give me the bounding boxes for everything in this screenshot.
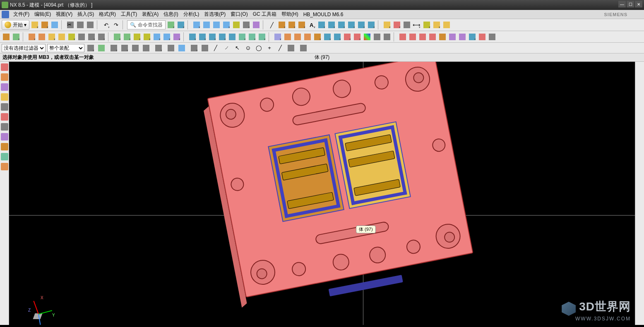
view-shaded[interactable]: [192, 20, 201, 29]
r2-b1[interactable]: [2, 32, 11, 41]
r2-b3[interactable]: [27, 32, 36, 41]
sel-b5[interactable]: [131, 44, 140, 53]
r2-b26[interactable]: [273, 32, 282, 41]
res-reuse-library[interactable]: [1, 93, 8, 101]
r2-b7[interactable]: [67, 32, 76, 41]
curve-t1[interactable]: [317, 20, 326, 29]
sel-b3[interactable]: [109, 44, 118, 53]
menu-info[interactable]: 信息(I): [161, 10, 180, 19]
menu-gctoolbox[interactable]: GC 工具箱: [250, 10, 279, 19]
cut-button[interactable]: ✂: [66, 20, 75, 29]
graphics-viewport[interactable]: 体 (97) X Y Z 3D世界网 WWW.3DSJW.COM: [9, 62, 635, 325]
curve-spline[interactable]: [287, 20, 296, 29]
r2-b17[interactable]: [172, 32, 181, 41]
sel-b2[interactable]: [97, 44, 106, 53]
res-hd3d[interactable]: [1, 103, 8, 111]
curve-helix[interactable]: [297, 20, 306, 29]
snap-b9[interactable]: ╱: [276, 44, 285, 53]
r2-b12[interactable]: [123, 32, 132, 41]
r2-b33[interactable]: [343, 32, 352, 41]
res-history[interactable]: [1, 123, 8, 131]
selection-filter-select[interactable]: 没有选择过滤器: [2, 44, 46, 52]
r2-b15[interactable]: [152, 32, 161, 41]
menu-analysis[interactable]: 分析(L): [181, 10, 202, 19]
r2-b34[interactable]: [353, 32, 362, 41]
view-wire1[interactable]: [202, 20, 211, 29]
menu-assembly[interactable]: 装配(A): [139, 10, 161, 19]
asm-t3[interactable]: [402, 20, 411, 29]
r2-b6[interactable]: [57, 32, 66, 41]
snap-b8[interactable]: +: [265, 44, 274, 53]
r2-b27[interactable]: [283, 32, 292, 41]
menu-window[interactable]: 窗口(O): [228, 10, 250, 19]
menu-help[interactable]: 帮助(H): [279, 10, 301, 19]
view-edit[interactable]: [252, 20, 261, 29]
tool-b1[interactable]: [166, 20, 175, 29]
r2-b30[interactable]: [313, 32, 322, 41]
measure-angle[interactable]: [422, 20, 431, 29]
r2-b10[interactable]: [97, 32, 106, 41]
res-tab-8[interactable]: [1, 133, 8, 140]
res-constraint-navigator[interactable]: [1, 83, 8, 91]
redo-button[interactable]: ↷: [111, 20, 120, 29]
measure-dist[interactable]: ⟷: [412, 20, 421, 29]
curve-t6[interactable]: [367, 20, 376, 29]
res-tab-10[interactable]: [1, 153, 8, 160]
measure-t4[interactable]: [442, 20, 451, 29]
r2-b24[interactable]: [248, 32, 257, 41]
r2-b23[interactable]: [238, 32, 247, 41]
asm-t2[interactable]: [392, 20, 401, 29]
tool-b2[interactable]: [176, 20, 185, 29]
view-clip[interactable]: [242, 20, 251, 29]
wcs-triad[interactable]: X Y Z: [30, 292, 59, 321]
new-button[interactable]: [30, 20, 39, 29]
r2-b9[interactable]: [87, 32, 96, 41]
r2-b4[interactable]: [37, 32, 46, 41]
r2-b28[interactable]: [293, 32, 302, 41]
asm-t1[interactable]: [382, 20, 392, 29]
r2-b37[interactable]: [382, 32, 392, 41]
undo-button[interactable]: ↶: [101, 20, 111, 29]
view-wire3[interactable]: [222, 20, 231, 29]
r2-b32[interactable]: [333, 32, 342, 41]
res-part-navigator[interactable]: [1, 63, 8, 71]
menu-tools[interactable]: 工具(T): [118, 10, 139, 19]
r2-b39[interactable]: [408, 32, 417, 41]
minimize-button[interactable]: —: [618, 1, 626, 7]
r2-b31[interactable]: [323, 32, 332, 41]
copy-button[interactable]: [76, 20, 85, 29]
snap-b4[interactable]: ⟋: [222, 44, 231, 53]
snap-b7[interactable]: ◯: [254, 44, 263, 53]
save-button[interactable]: [50, 20, 59, 29]
r2-b44[interactable]: [458, 32, 467, 41]
snap-b5[interactable]: ↖: [233, 44, 242, 53]
menu-hbmould[interactable]: HB_MOULD M6.6: [301, 11, 346, 18]
sel-b9[interactable]: [177, 44, 186, 53]
snap-b6[interactable]: ⊙: [243, 44, 252, 53]
r2-b43[interactable]: [448, 32, 457, 41]
r2-b29[interactable]: [303, 32, 312, 41]
mold-body[interactable]: [207, 62, 473, 298]
r2-b22[interactable]: [228, 32, 237, 41]
menu-prefs[interactable]: 首选项(P): [202, 10, 228, 19]
menu-file[interactable]: 文件(F): [11, 10, 32, 19]
menu-view[interactable]: 视图(V): [53, 10, 75, 19]
snap-b10[interactable]: [286, 44, 296, 53]
curve-line[interactable]: ╱: [267, 20, 276, 29]
text-tool[interactable]: A: [307, 20, 316, 29]
r2-b2[interactable]: [12, 32, 21, 41]
r2-b16[interactable]: [162, 32, 171, 41]
sel-b1[interactable]: [86, 44, 95, 53]
curve-t4[interactable]: [347, 20, 356, 29]
r2-b20[interactable]: [208, 32, 217, 41]
open-button[interactable]: [40, 20, 49, 29]
r2-b5[interactable]: [47, 32, 56, 41]
r2-b21[interactable]: [218, 32, 227, 41]
r2-b46[interactable]: [478, 32, 487, 41]
res-tab-11[interactable]: [1, 163, 8, 170]
snap-b2[interactable]: [200, 44, 209, 53]
r2-b42[interactable]: [438, 32, 447, 41]
sel-b4[interactable]: [120, 44, 129, 53]
r2-b45[interactable]: [468, 32, 477, 41]
curve-t2[interactable]: [327, 20, 336, 29]
